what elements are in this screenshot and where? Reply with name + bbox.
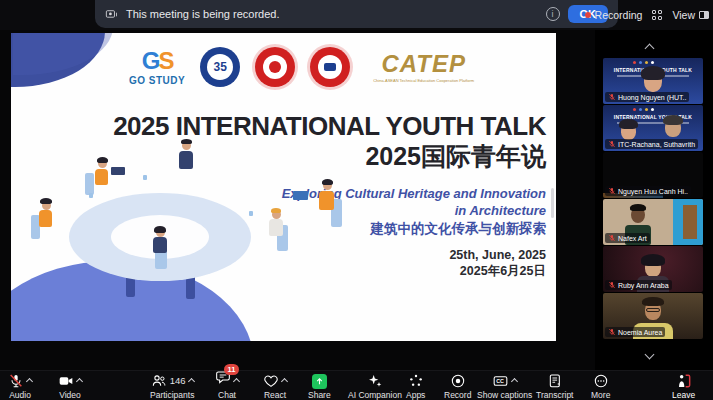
participant-name-tag: ITC-Rachana, Suthavrith — [605, 139, 698, 149]
shared-screen-area: GS GO STUDY 35 CATEP China-ASEAN Technic… — [0, 30, 595, 370]
heart-icon — [263, 373, 279, 389]
presentation-slide: GS GO STUDY 35 CATEP China-ASEAN Technic… — [11, 33, 556, 341]
sparkle-icon — [367, 373, 383, 389]
react-button[interactable]: React — [263, 373, 287, 400]
participants-filmstrip: INTERNATIONAL YOUTH TALK Huong Nguyen (H… — [595, 30, 713, 370]
slide-date-zh: 2025年6月25日 — [282, 263, 546, 279]
gear-book-logo — [310, 47, 350, 87]
closed-captions-icon: CC — [492, 373, 509, 389]
chat-badge: 11 — [224, 364, 239, 375]
participants-count: 146 — [170, 373, 186, 389]
seameo-gear-logo — [255, 47, 295, 87]
view-label: View — [672, 9, 695, 21]
slide-logos-row: GS GO STUDY 35 CATEP China-ASEAN Technic… — [129, 47, 474, 87]
apps-button[interactable]: Apps — [406, 373, 425, 400]
glasses-detail — [646, 308, 660, 312]
muted-mic-icon — [608, 140, 616, 148]
catep-subtitle: China-ASEAN Technical Education Cooperat… — [373, 78, 474, 83]
audio-button[interactable]: Audio — [8, 373, 32, 400]
muted-mic-icon — [608, 187, 616, 195]
cup-illustration — [143, 175, 147, 180]
slide-date-en: 25th, June, 2025 — [282, 247, 546, 263]
recording-notification: This meeting is being recorded. i OK — [95, 0, 618, 28]
audio-options-chevron-icon[interactable] — [26, 378, 33, 385]
meeting-toolbar: Audio Video 146 — [0, 370, 713, 400]
more-button[interactable]: More — [591, 373, 610, 400]
participant-name-tag: Nafex Art — [605, 233, 650, 243]
university-emblem-logo: 35 — [200, 47, 240, 87]
share-scrollbar[interactable] — [551, 188, 554, 218]
muted-mic-icon — [8, 373, 24, 389]
info-icon[interactable]: i — [546, 7, 560, 21]
record-button[interactable]: Record — [444, 373, 471, 400]
participant-hair — [641, 254, 665, 266]
participant-tile[interactable]: Noemia Aurea — [603, 293, 703, 339]
video-options-chevron-icon[interactable] — [76, 378, 83, 385]
ai-companion-button[interactable]: AI Companion — [348, 373, 402, 400]
go-study-logo: GS GO STUDY — [129, 49, 185, 86]
participant-hair — [641, 66, 665, 80]
view-layout-icon — [699, 11, 709, 19]
recording-indicator-label: Recording — [595, 9, 643, 21]
leave-door-icon — [676, 373, 692, 389]
recording-dot-icon — [585, 12, 591, 18]
slide-corner-blob — [11, 33, 105, 87]
share-button[interactable]: Share — [308, 373, 331, 400]
participants-options-chevron-icon[interactable] — [188, 378, 195, 385]
share-screen-icon — [312, 374, 327, 389]
participant-name-tag: Noemia Aurea — [605, 327, 665, 337]
participant-hair — [642, 297, 664, 306]
laptop-illustration — [111, 167, 125, 175]
muted-mic-icon — [608, 234, 616, 242]
chat-options-chevron-icon[interactable] — [233, 378, 240, 385]
door-panel — [683, 205, 697, 239]
participant-tile[interactable]: INTERNATIONAL YOUTH TALK Huong Nguyen (H… — [603, 58, 703, 104]
record-icon — [450, 373, 466, 389]
participant-tile[interactable]: Ruby Ann Araba — [603, 246, 703, 292]
recording-screen-icon — [105, 8, 118, 21]
camera-icon — [58, 373, 74, 389]
participant-name-tag: Nguyen Huu Canh Hi.. — [605, 186, 691, 196]
muted-mic-icon — [608, 328, 616, 336]
view-button[interactable]: View — [672, 9, 709, 21]
more-ellipsis-icon — [593, 373, 609, 389]
zoom-meeting-window: This meeting is being recorded. i OK Rec… — [0, 0, 713, 400]
participant-name-tag: Huong Nguyen (HUT.. — [605, 92, 689, 102]
participants-icon — [151, 373, 167, 389]
captions-options-chevron-icon[interactable] — [511, 378, 518, 385]
recording-indicator: Recording — [585, 9, 643, 21]
participants-button[interactable]: 146 Participants — [150, 373, 194, 400]
muted-mic-icon — [608, 281, 616, 289]
chat-button[interactable]: 11 Chat — [215, 373, 239, 400]
laptop-illustration — [293, 191, 308, 200]
recording-notification-text: This meeting is being recorded. — [126, 8, 279, 20]
cup-illustration — [89, 193, 93, 198]
participant-tile[interactable]: Nguyen Huu Canh Hi.. — [603, 152, 703, 198]
scroll-up-chevron-icon[interactable] — [646, 38, 653, 56]
react-options-chevron-icon[interactable] — [281, 378, 288, 385]
gallery-view-icon[interactable] — [652, 10, 662, 20]
banner-text: INTERNATIONAL YOUTH TALK — [603, 114, 703, 120]
slide-title-en: 2025 INTERNATIONAL YOUTH TALK — [113, 111, 546, 141]
transcript-icon — [547, 373, 563, 389]
transcript-button[interactable]: Transcript — [536, 373, 573, 400]
leave-button[interactable]: Leave — [672, 373, 695, 400]
top-bar: This meeting is being recorded. i OK Rec… — [0, 0, 713, 30]
participant-hair — [663, 115, 683, 125]
apps-icon — [408, 373, 424, 389]
cup-illustration — [249, 211, 253, 216]
svg-text:CC: CC — [496, 378, 504, 384]
video-button[interactable]: Video — [58, 373, 82, 400]
muted-mic-icon — [608, 93, 616, 101]
catep-logo: CATEP China-ASEAN Technical Education Co… — [373, 52, 474, 83]
go-study-label: GO STUDY — [129, 75, 185, 86]
participant-tile[interactable]: INTERNATIONAL YOUTH TALK ITC-Rachana, Su… — [603, 105, 703, 151]
scroll-down-chevron-icon[interactable] — [646, 344, 653, 362]
participant-tile[interactable]: Nafex Art — [603, 199, 703, 245]
participant-hair — [619, 119, 638, 129]
participant-hair — [630, 204, 646, 211]
captions-button[interactable]: CC Show captions — [477, 373, 532, 400]
slide-subtitle-zh: 建筑中的文化传承与创新探索 — [282, 219, 546, 238]
participant-name-tag: Ruby Ann Araba — [605, 280, 672, 290]
